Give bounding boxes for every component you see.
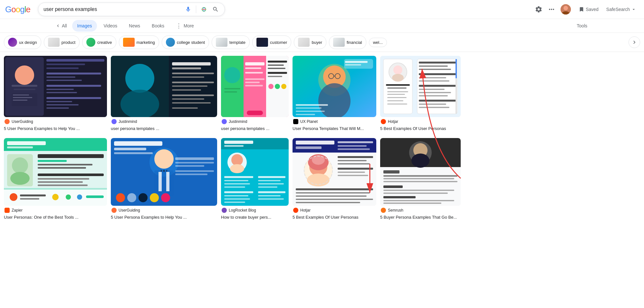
chip-product-img (48, 38, 60, 47)
svg-rect-25 (46, 107, 69, 109)
source-info-9: Hotjar (293, 208, 376, 213)
svg-rect-31 (172, 67, 201, 69)
chip-ux-design[interactable]: ux design (4, 35, 41, 49)
source-name-5: Hotjar (388, 119, 398, 124)
mic-icon[interactable] (184, 5, 192, 13)
source-name-6: Zapier (12, 208, 23, 213)
result-item-1[interactable]: UserGuiding 5 User Persona Examples to H… (4, 56, 107, 132)
svg-rect-40 (172, 107, 198, 109)
svg-rect-86 (387, 97, 407, 98)
chip-creative-label: creative (97, 40, 112, 45)
svg-rect-56 (268, 68, 285, 69)
chip-template[interactable]: template (212, 35, 250, 49)
more-button[interactable]: ⋮ More (171, 19, 199, 33)
svg-rect-93 (419, 73, 456, 75)
result-item-7[interactable]: UserGuiding 5 User Persona Examples to H… (111, 138, 217, 220)
svg-rect-208 (383, 170, 399, 174)
chip-financial[interactable]: financial (329, 35, 366, 49)
svg-rect-170 (224, 195, 248, 196)
chip-buyer[interactable]: buyer (294, 35, 326, 49)
result-item-10[interactable]: Semrush 5 Buyer Persona Examples That Go… (380, 138, 461, 220)
svg-rect-48 (245, 67, 261, 69)
google-logo[interactable]: Google (5, 5, 30, 15)
search-submit-icon[interactable] (212, 5, 219, 13)
svg-rect-101 (419, 104, 446, 105)
favicon-8 (222, 208, 227, 213)
result-item-8[interactable]: LogRocket Blog How to create buyer pers.… (221, 138, 289, 220)
svg-rect-73 (296, 104, 328, 106)
svg-rect-13 (46, 59, 104, 62)
source-info-5: Hotjar (380, 119, 461, 124)
search-input[interactable] (43, 6, 182, 12)
svg-point-60 (275, 84, 280, 89)
svg-rect-182 (338, 145, 367, 147)
tab-images[interactable]: Images (72, 20, 97, 32)
svg-rect-173 (258, 191, 285, 193)
svg-rect-110 (7, 146, 33, 148)
svg-rect-194 (338, 175, 368, 176)
chip-product[interactable]: product (44, 35, 80, 49)
apps-icon[interactable] (548, 5, 555, 13)
result-thumb-6 (4, 138, 107, 206)
chip-wel[interactable]: wel... (369, 38, 387, 47)
chip-wel-label: wel... (373, 40, 383, 45)
svg-point-81 (392, 74, 404, 82)
chip-marketing[interactable]: marketing (119, 35, 159, 49)
svg-rect-121 (38, 184, 88, 186)
svg-rect-215 (383, 196, 416, 198)
saved-safesearch-group: Saved SafeSearch (576, 4, 639, 15)
svg-rect-141 (114, 148, 146, 150)
svg-rect-175 (258, 198, 284, 200)
svg-rect-30 (172, 62, 211, 65)
tab-news[interactable]: News (124, 20, 145, 32)
svg-point-151 (150, 193, 159, 202)
svg-point-127 (52, 194, 59, 200)
svg-rect-34 (172, 82, 214, 83)
chip-customer[interactable]: customer (252, 35, 291, 49)
chip-college-student-label: college student (177, 40, 205, 45)
chip-financial-img (333, 38, 345, 47)
safesearch-button[interactable]: SafeSearch (604, 4, 639, 15)
svg-rect-49 (245, 72, 263, 74)
chips-next-arrow[interactable] (629, 36, 640, 48)
tab-books[interactable]: Books (147, 20, 169, 32)
nav-back-all[interactable]: All (52, 20, 71, 32)
result-item-5[interactable]: Hotjar 5 Best Examples Of User Personas (380, 56, 461, 132)
source-name-1: UserGuiding (12, 119, 33, 124)
settings-icon[interactable] (535, 5, 543, 13)
chip-template-label: template (229, 40, 245, 45)
svg-rect-51 (245, 82, 260, 83)
user-avatar[interactable] (561, 4, 571, 15)
tools-button[interactable]: Tools (572, 20, 592, 32)
svg-rect-11 (13, 97, 32, 98)
result-item-3[interactable]: Justinmind user persona templates ... (221, 56, 289, 132)
svg-point-160 (230, 164, 244, 173)
chip-creative[interactable]: creative (82, 35, 116, 49)
source-name-2: Justinmind (119, 119, 137, 124)
result-thumb-2 (111, 56, 217, 117)
svg-rect-212 (383, 185, 403, 188)
result-item-9[interactable]: Hotjar 5 Best Examples Of User Personas (293, 138, 376, 220)
result-thumb-4 (293, 56, 376, 117)
svg-rect-45 (224, 91, 237, 93)
chip-creative-img (86, 38, 95, 47)
result-item-4[interactable]: UX Planet User Persona Templates That Wi… (293, 56, 376, 132)
svg-rect-199 (296, 202, 360, 203)
tab-videos[interactable]: Videos (98, 20, 122, 32)
svg-rect-137 (154, 170, 174, 196)
result-item-6[interactable]: Zapier User Personas: One of the Best To… (4, 138, 107, 220)
svg-point-61 (281, 84, 286, 89)
result-item-2[interactable]: Justinmind user persona templates ... (111, 56, 217, 132)
result-title-7: 5 User Persona Examples to Help You ... (111, 215, 217, 220)
chip-college-student[interactable]: college student (162, 35, 209, 49)
svg-rect-70 (344, 59, 373, 69)
saved-button[interactable]: Saved (576, 4, 601, 15)
svg-rect-36 (172, 89, 201, 91)
svg-rect-109 (7, 141, 46, 145)
result-title-6: User Personas: One of the Best Tools ... (4, 215, 107, 220)
result-title-2: user persona templates ... (111, 126, 217, 132)
svg-point-159 (231, 154, 243, 166)
lens-icon[interactable] (200, 5, 208, 13)
result-title-1: 5 User Persona Examples to Help You ... (4, 126, 107, 132)
chip-college-student-img (166, 38, 175, 47)
